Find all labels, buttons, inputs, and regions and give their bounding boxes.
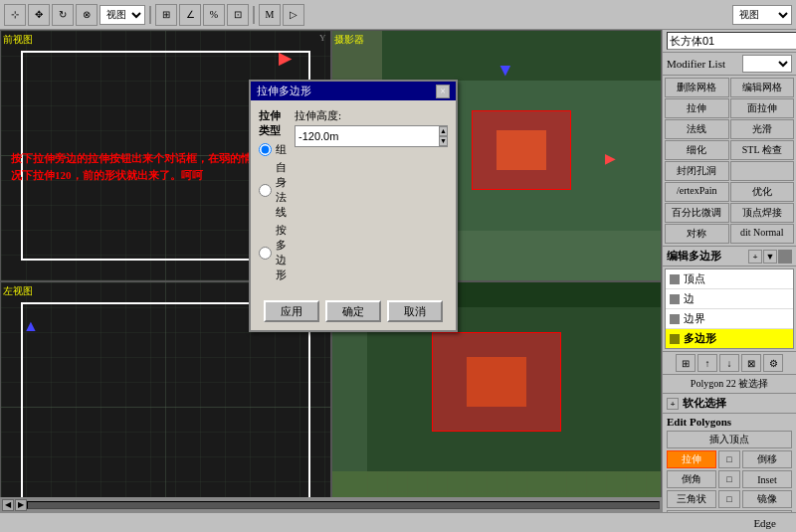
subobj-btn-5[interactable]: ⚙ xyxy=(763,354,783,372)
scroll-right-btn[interactable]: ▶ xyxy=(15,499,27,511)
mirror-btn[interactable]: 镜像 xyxy=(742,490,792,508)
ok-button[interactable]: 确定 xyxy=(325,300,381,322)
subobj-btn-4[interactable]: ⊠ xyxy=(741,354,761,372)
soft-selection-header[interactable]: + 软化选择 xyxy=(667,396,792,411)
inset-polygon-3d xyxy=(467,357,526,407)
view-dropdown-right[interactable]: 视图 xyxy=(732,5,792,25)
right-panel: Modifier List 删除网格 编辑网格 拉伸 面拉伸 法线 光滑 细化 … xyxy=(662,30,796,532)
stack-icon-edge xyxy=(670,294,680,304)
scroll-track[interactable] xyxy=(27,501,660,509)
bevel-btn[interactable]: 倒角 xyxy=(667,470,716,488)
radio-local-normal[interactable] xyxy=(259,184,272,197)
toolbar-material-btn[interactable]: M xyxy=(259,4,281,26)
selection-info: Polygon 22 被选择 xyxy=(663,374,796,393)
mod-btn-percent[interactable]: 百分比微调 xyxy=(665,203,729,223)
subobj-btn-1[interactable]: ⊞ xyxy=(676,354,696,372)
mod-btn-normal[interactable]: 法线 xyxy=(665,119,729,139)
cancel-button[interactable]: 取消 xyxy=(387,300,443,322)
toolbar-render-btn[interactable]: ▷ xyxy=(283,4,304,26)
stack-item-edge[interactable]: 边 xyxy=(666,289,793,309)
triangulate-btn[interactable]: 三角状 xyxy=(667,490,716,508)
stack-header: 编辑多边形 + ▼ xyxy=(663,247,796,266)
modifier-stack: 顶点 边 边界 多边形 体素 xyxy=(665,268,794,349)
mod-btn-weld[interactable]: 顶点焊接 xyxy=(730,203,795,223)
extrude-btn[interactable]: 拉伸 xyxy=(667,450,716,468)
toolbar-snap-btn[interactable]: ⊞ xyxy=(155,4,177,26)
height-input[interactable] xyxy=(296,126,439,146)
toolbar-percent-snap-btn[interactable]: % xyxy=(203,4,225,26)
radio-label-local: 自身法线 xyxy=(276,160,287,220)
dialog-close-button[interactable]: × xyxy=(436,85,450,98)
mod-btn-vertexpaint[interactable]: /ertexPain xyxy=(665,182,729,202)
modifier-list-header: Modifier List xyxy=(663,53,796,76)
subobj-btn-2[interactable]: ↑ xyxy=(697,354,717,372)
stack-icon-polygon xyxy=(670,334,680,344)
spinner-down[interactable]: ▼ xyxy=(439,136,448,146)
toolbar-select-btn[interactable]: ⊹ xyxy=(4,4,26,26)
status-text: Edge xyxy=(753,517,776,529)
triangulate-settings-btn[interactable]: □ xyxy=(718,490,740,508)
mod-btn-smooth[interactable]: 光滑 xyxy=(730,119,795,139)
dialog-buttons: 应用 确定 取消 xyxy=(259,300,448,322)
front-arrow: ▶ xyxy=(279,49,291,68)
stack-item-border[interactable]: 边界 xyxy=(666,309,793,329)
mod-btn-edit-mesh[interactable]: 编辑网格 xyxy=(730,78,795,97)
radio-group-item[interactable]: 组 xyxy=(259,142,287,157)
mod-btn-stl-check[interactable]: STL 检查 xyxy=(730,140,795,160)
insert-vertex-btn[interactable]: 插入顶点 xyxy=(667,431,792,448)
subobj-btn-3[interactable]: ↓ xyxy=(719,354,739,372)
inset-btn[interactable]: Inset xyxy=(742,470,792,488)
y-axis-arrow: ▲ xyxy=(497,61,514,82)
apply-button[interactable]: 应用 xyxy=(264,300,319,322)
extrude-settings-btn[interactable]: □ xyxy=(718,450,740,468)
subobject-controls: ⊞ ↑ ↓ ⊠ ⚙ xyxy=(663,351,796,374)
stack-item-polygon[interactable]: 多边形 xyxy=(666,329,793,349)
insert-vertex-row: 插入顶点 xyxy=(667,431,792,448)
soft-sel-expand-btn[interactable]: + xyxy=(667,398,679,410)
toolbar-spinner-snap-btn[interactable]: ⊡ xyxy=(227,4,249,26)
radio-group[interactable] xyxy=(259,143,272,156)
annotation-text: 按下拉伸旁边的拉伸按钮出来个对话框，在弱的情 况下拉伸120，前的形状就出来了。… xyxy=(11,150,252,183)
toolbar-rotate-btn[interactable]: ↻ xyxy=(52,4,74,26)
mod-btn-optimize[interactable]: 优化 xyxy=(730,182,795,202)
mod-btn-tessellate[interactable]: 细化 xyxy=(665,140,729,160)
top-toolbar: ⊹ ✥ ↻ ⊗ 视图 ⊞ ∠ % ⊡ M ▷ 视图 xyxy=(0,0,796,30)
toolbar-sep-1 xyxy=(149,6,151,24)
radio-by-polygon[interactable] xyxy=(259,247,272,260)
spinner-up[interactable]: ▲ xyxy=(439,126,448,136)
viewport-scrollbar: ◀ ▶ xyxy=(0,497,662,512)
mod-btn-cap-holes[interactable]: 封闭孔洞 xyxy=(665,161,729,181)
scroll-left-btn[interactable]: ◀ xyxy=(2,499,14,511)
dialog-body: 拉伸类型 组 自身法线 按 xyxy=(251,100,456,330)
mod-btn-symmetry[interactable]: 对称 xyxy=(665,224,729,244)
mod-btn-empty xyxy=(730,161,795,181)
mod-btn-face-extrude[interactable]: 面拉伸 xyxy=(730,98,795,118)
view-dropdown[interactable]: 视图 xyxy=(100,5,145,25)
toolbar-move-btn[interactable]: ✥ xyxy=(28,4,50,26)
bevel-settings-btn[interactable]: □ xyxy=(718,470,740,488)
mod-btn-delete-mesh[interactable]: 删除网格 xyxy=(665,78,729,97)
radio-local-normal-item[interactable]: 自身法线 xyxy=(259,160,287,220)
object-name-input[interactable] xyxy=(667,32,796,50)
soft-selection-label: 软化选择 xyxy=(683,396,726,411)
extrude-type-radio-group: 组 自身法线 按多边形 xyxy=(259,142,287,282)
stack-expand-btn[interactable]: + xyxy=(748,250,762,264)
toolbar-scale-btn[interactable]: ⊗ xyxy=(76,4,98,26)
vp-camera-label: 摄影器 xyxy=(334,33,364,47)
selection-info-text: Polygon 22 被选择 xyxy=(691,378,768,389)
stack-item-vertex[interactable]: 顶点 xyxy=(666,269,793,289)
radio-label-group: 组 xyxy=(276,142,287,157)
bevel-row: 倒角 □ Inset xyxy=(667,470,792,488)
vp-left-label: 左视图 xyxy=(3,284,33,298)
radio-by-polygon-item[interactable]: 按多边形 xyxy=(259,223,287,282)
mod-btn-edit-normals[interactable]: dit Normal xyxy=(730,224,795,244)
viewports-container: 前视图 ▶ 按下拉伸旁边的拉伸按钮出来个对话框，在弱的情 况下拉伸120，前的形… xyxy=(0,30,662,532)
modifier-list-dropdown[interactable] xyxy=(742,55,792,73)
modifier-buttons-grid: 删除网格 编辑网格 拉伸 面拉伸 法线 光滑 细化 STL 检查 封闭孔洞 /e… xyxy=(663,76,796,247)
stack-options-btn[interactable]: ▼ xyxy=(763,250,777,264)
vp-front-label: 前视图 xyxy=(3,33,33,47)
move-btn[interactable]: 倒移 xyxy=(742,450,792,468)
toolbar-angle-snap-btn[interactable]: ∠ xyxy=(179,4,201,26)
mod-btn-extrude[interactable]: 拉伸 xyxy=(665,98,729,118)
radio-label-polygon: 按多边形 xyxy=(276,223,287,282)
